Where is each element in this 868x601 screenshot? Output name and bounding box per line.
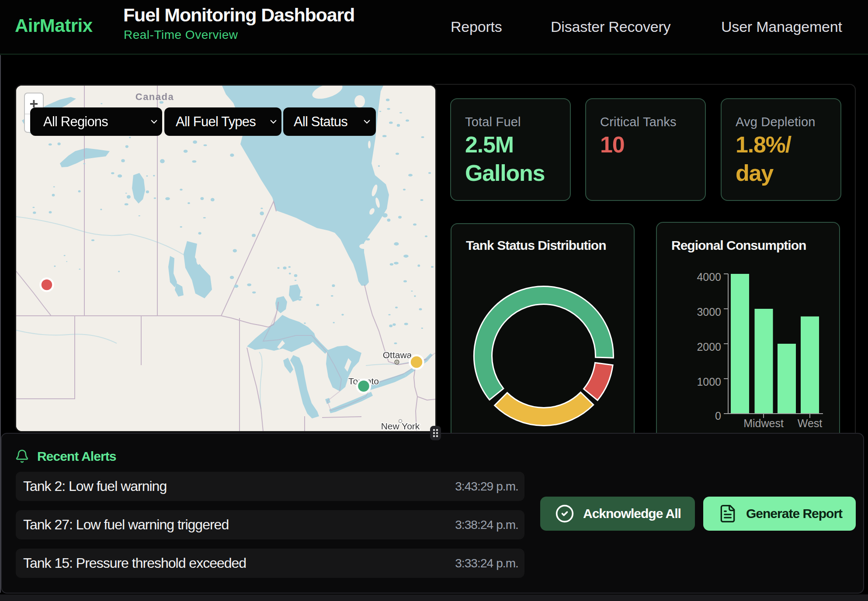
svg-text:West: West — [798, 417, 823, 429]
svg-text:3000: 3000 — [697, 306, 721, 318]
svg-text:4000: 4000 — [697, 271, 721, 283]
svg-text:Canada: Canada — [135, 91, 174, 102]
svg-text:2000: 2000 — [697, 341, 721, 353]
svg-text:1000: 1000 — [697, 376, 721, 388]
svg-text:0: 0 — [715, 410, 721, 422]
svg-text:Midwest: Midwest — [743, 417, 784, 429]
svg-text:Ottawa: Ottawa — [383, 350, 412, 360]
